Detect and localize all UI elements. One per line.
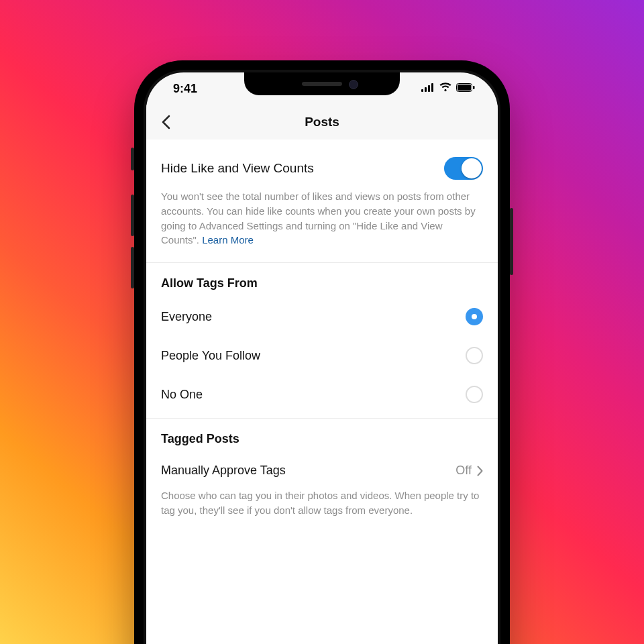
phone-notch [244, 72, 400, 95]
front-camera [349, 80, 358, 89]
manually-approve-tags-row[interactable]: Manually Approve Tags Off [146, 453, 498, 483]
nav-title: Posts [305, 115, 339, 129]
learn-more-link[interactable]: Learn More [202, 234, 254, 246]
tagged-posts-description: Choose who can tag you in their photos a… [146, 483, 498, 533]
wifi-icon [439, 83, 452, 95]
tagged-posts-heading: Tagged Posts [146, 419, 498, 453]
status-time: 9:41 [165, 82, 197, 96]
phone-screen: 9:41 [146, 72, 498, 644]
hide-counts-title: Hide Like and View Counts [161, 161, 314, 176]
radio-unselected-icon [466, 347, 483, 364]
cellular-icon [421, 83, 435, 95]
option-label: No One [161, 388, 203, 402]
allow-tags-heading: Allow Tags From [146, 263, 498, 297]
hide-counts-row: Hide Like and View Counts [146, 140, 498, 186]
silence-switch [131, 148, 134, 170]
svg-rect-2 [428, 85, 430, 92]
svg-rect-0 [421, 89, 423, 92]
svg-rect-6 [473, 86, 475, 89]
back-button[interactable] [156, 112, 176, 132]
power-button [510, 208, 513, 275]
option-label: Everyone [161, 310, 212, 324]
volume-down-button [131, 247, 134, 288]
chevron-left-icon [161, 115, 170, 129]
manually-approve-value: Off [455, 464, 472, 478]
svg-rect-1 [425, 87, 427, 92]
volume-up-button [131, 195, 134, 236]
allow-tags-option-no-one[interactable]: No One [146, 375, 498, 418]
settings-content: Hide Like and View Counts You won't see … [146, 140, 498, 644]
speaker-grille [302, 82, 342, 86]
svg-rect-3 [431, 83, 433, 92]
phone-frame: 9:41 [134, 60, 510, 644]
status-icons [421, 83, 479, 95]
hide-counts-toggle[interactable] [444, 157, 483, 180]
radio-selected-icon [466, 308, 483, 325]
manually-approve-value-wrap: Off [455, 464, 483, 478]
option-label: People You Follow [161, 349, 260, 363]
nav-header: Posts [146, 105, 498, 140]
svg-rect-5 [458, 85, 471, 91]
allow-tags-option-everyone[interactable]: Everyone [146, 297, 498, 336]
gradient-background: 9:41 [0, 0, 644, 644]
battery-icon [456, 83, 475, 95]
allow-tags-option-people-you-follow[interactable]: People You Follow [146, 336, 498, 375]
chevron-right-icon [477, 466, 483, 476]
radio-unselected-icon [466, 386, 483, 403]
manually-approve-label: Manually Approve Tags [161, 464, 286, 478]
hide-counts-description: You won't see the total number of likes … [146, 186, 498, 262]
